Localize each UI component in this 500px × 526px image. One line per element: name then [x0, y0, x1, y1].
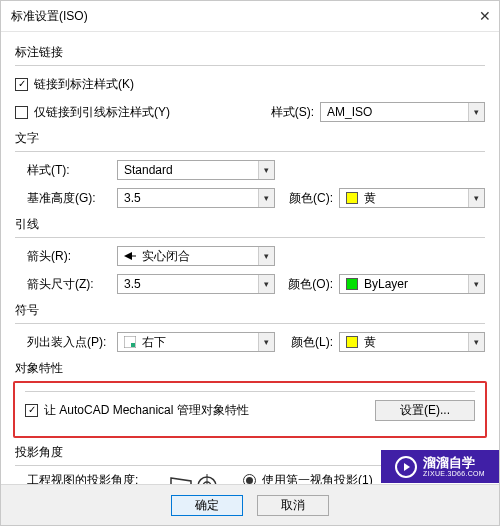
dropdown-insert-point-value: 右下 [142, 334, 166, 351]
label-text-style: 样式(T): [15, 162, 117, 179]
dropdown-color-o-value: ByLayer [364, 277, 408, 291]
label-arrow-size: 箭头尺寸(Z): [15, 276, 117, 293]
label-color-l: 颜色(L): [275, 334, 339, 351]
row-manage-object: ✓ 让 AutoCAD Mechanical 管理对象特性 设置(E)... [25, 398, 475, 422]
dropdown-base-height[interactable]: 3.5 ▾ [117, 188, 275, 208]
label-color-o: 颜色(O): [275, 276, 339, 293]
svg-marker-0 [124, 252, 132, 260]
section-label-symbol: 符号 [15, 302, 485, 319]
dialog-footer: 确定 取消 [1, 484, 499, 525]
dropdown-style-s-value: AM_ISO [327, 105, 372, 119]
row-link-style: ✓ 链接到标注样式(K) [15, 72, 485, 96]
dropdown-color-c-value: 黄 [364, 190, 376, 207]
bottom-right-icon [124, 336, 136, 348]
checkbox-link-style[interactable]: ✓ [15, 78, 28, 91]
section-label-text: 文字 [15, 130, 485, 147]
chevron-down-icon: ▾ [258, 161, 274, 179]
label-link-leader: 仅链接到引线标注样式(Y) [34, 104, 234, 121]
chevron-down-icon: ▾ [468, 275, 484, 293]
dropdown-text-style-value: Standard [124, 163, 173, 177]
dropdown-arrow-size-value: 3.5 [124, 277, 141, 291]
dropdown-insert-point[interactable]: 右下 ▾ [117, 332, 275, 352]
close-icon[interactable]: ✕ [467, 8, 491, 24]
row-link-leader: 仅链接到引线标注样式(Y) 样式(S): AM_ISO ▾ [15, 100, 485, 124]
cancel-button[interactable]: 取消 [257, 495, 329, 516]
separator [15, 65, 485, 66]
svg-rect-3 [131, 343, 135, 347]
chevron-down-icon: ▾ [258, 275, 274, 293]
label-arrow: 箭头(R): [15, 248, 117, 265]
color-swatch [346, 192, 358, 204]
branding-text-2: ZIXUE.3D66.COM [423, 470, 485, 478]
dropdown-arrow-value: 实心闭合 [142, 248, 190, 265]
separator [15, 237, 485, 238]
chevron-down-icon: ▾ [258, 189, 274, 207]
separator [15, 151, 485, 152]
dialog-window: 标准设置(ISO) ✕ 标注链接 ✓ 链接到标注样式(K) 仅链接到引线标注样式… [0, 0, 500, 526]
ok-button[interactable]: 确定 [171, 495, 243, 516]
chevron-down-icon: ▾ [468, 333, 484, 351]
dropdown-base-height-value: 3.5 [124, 191, 141, 205]
row-arrow: 箭头(R): 实心闭合 ▾ [15, 244, 485, 268]
row-text-style: 样式(T): Standard ▾ [15, 158, 485, 182]
color-swatch [346, 336, 358, 348]
section-label-leader: 引线 [15, 216, 485, 233]
label-base-height: 基准高度(G): [15, 190, 117, 207]
window-title: 标准设置(ISO) [11, 8, 88, 25]
checkbox-manage-object[interactable]: ✓ [25, 404, 38, 417]
dropdown-arrow[interactable]: 实心闭合 ▾ [117, 246, 275, 266]
branding-overlay: 溜溜自学 ZIXUE.3D66.COM [381, 450, 499, 483]
dropdown-color-l-value: 黄 [364, 334, 376, 351]
label-color-c: 颜色(C): [275, 190, 339, 207]
object-properties-highlight: ✓ 让 AutoCAD Mechanical 管理对象特性 设置(E)... [13, 381, 487, 438]
dropdown-color-c[interactable]: 黄 ▾ [339, 188, 485, 208]
color-swatch [346, 278, 358, 290]
label-manage-object: 让 AutoCAD Mechanical 管理对象特性 [44, 402, 375, 419]
dropdown-color-l[interactable]: 黄 ▾ [339, 332, 485, 352]
chevron-down-icon: ▾ [258, 333, 274, 351]
chevron-down-icon: ▾ [258, 247, 274, 265]
row-arrow-size: 箭头尺寸(Z): 3.5 ▾ 颜色(O): ByLayer ▾ [15, 272, 485, 296]
section-label-link: 标注链接 [15, 44, 485, 61]
chevron-down-icon: ▾ [468, 189, 484, 207]
separator [25, 391, 475, 392]
dropdown-text-style[interactable]: Standard ▾ [117, 160, 275, 180]
section-label-object: 对象特性 [15, 360, 485, 377]
separator [15, 323, 485, 324]
arrow-solid-icon [124, 250, 136, 262]
titlebar: 标准设置(ISO) ✕ [1, 1, 499, 32]
dropdown-color-o[interactable]: ByLayer ▾ [339, 274, 485, 294]
row-insert-point: 列出装入点(P): 右下 ▾ 颜色(L): 黄 ▾ [15, 330, 485, 354]
chevron-down-icon: ▾ [468, 103, 484, 121]
dropdown-style-s[interactable]: AM_ISO ▾ [320, 102, 485, 122]
checkbox-link-leader[interactable] [15, 106, 28, 119]
dropdown-arrow-size[interactable]: 3.5 ▾ [117, 274, 275, 294]
label-style-s: 样式(S): [234, 104, 320, 121]
branding-text-1: 溜溜自学 [423, 456, 485, 470]
play-icon [395, 456, 417, 478]
label-link-style: 链接到标注样式(K) [34, 76, 134, 93]
label-insert-point: 列出装入点(P): [15, 334, 117, 351]
settings-button[interactable]: 设置(E)... [375, 400, 475, 421]
row-base-height: 基准高度(G): 3.5 ▾ 颜色(C): 黄 ▾ [15, 186, 485, 210]
